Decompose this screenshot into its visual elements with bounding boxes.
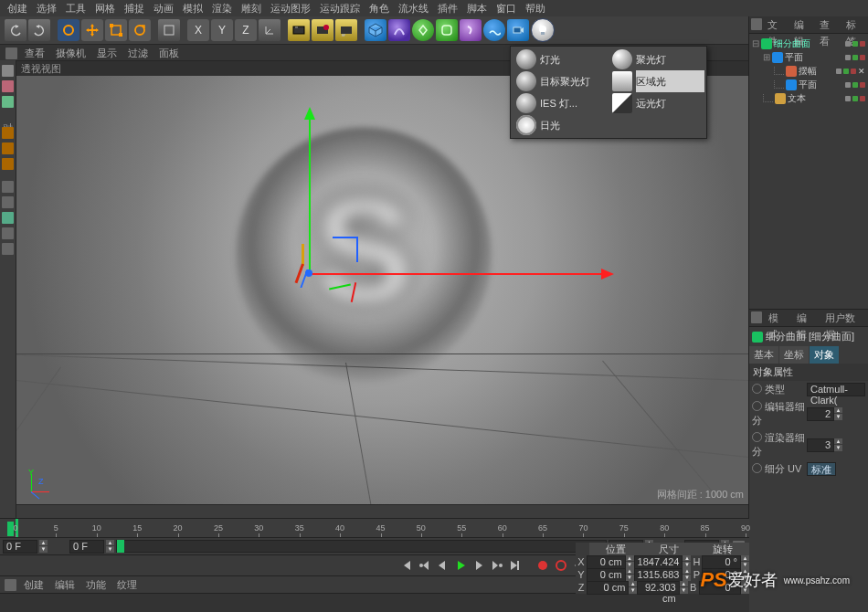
- light-option-target[interactable]: 目标聚光灯: [540, 70, 609, 92]
- goto-key-next-button[interactable]: [489, 557, 505, 574]
- timeline-preview-track[interactable]: [116, 540, 607, 553]
- menu-流水线[interactable]: 流水线: [394, 0, 433, 16]
- render-settings-button[interactable]: [335, 19, 357, 41]
- attr-subtab-基本[interactable]: 基本: [749, 346, 778, 364]
- light-icon-spot[interactable]: [609, 48, 636, 70]
- primitive-button[interactable]: [365, 19, 386, 41]
- current-frame-input[interactable]: 0 F: [3, 540, 37, 554]
- menu-雕刻[interactable]: 雕刻: [237, 0, 266, 16]
- coord-X-rot[interactable]: 0 °: [702, 555, 741, 569]
- light-icon-area[interactable]: [609, 70, 636, 92]
- enable-snap[interactable]: [2, 196, 14, 208]
- vp-menu-显示[interactable]: 显示: [91, 47, 122, 60]
- frame-spin[interactable]: ▲▼: [39, 540, 48, 554]
- vp-menu-过滤[interactable]: 过滤: [122, 47, 153, 60]
- attr-subtab-坐标[interactable]: 坐标: [779, 346, 809, 364]
- light-option-infinite[interactable]: 远光灯: [636, 92, 704, 114]
- viewport-canvas[interactable]: S YZ 网格间距 : 1000 cm: [16, 76, 748, 504]
- subdiv-button[interactable]: [436, 19, 458, 41]
- menu-插件[interactable]: 插件: [433, 0, 462, 16]
- material-tray[interactable]: [0, 593, 749, 612]
- goto-key-prev-button[interactable]: [416, 557, 432, 574]
- move-button[interactable]: [81, 19, 103, 41]
- menu-运动跟踪[interactable]: 运动跟踪: [315, 0, 365, 16]
- menu-动画[interactable]: 动画: [149, 0, 178, 16]
- enable-axis[interactable]: [2, 181, 14, 193]
- mat-menu-编辑[interactable]: 编辑: [49, 578, 80, 592]
- redo-button[interactable]: [28, 19, 50, 41]
- live-select-button[interactable]: [58, 19, 79, 41]
- light-icon-light[interactable]: [513, 48, 540, 70]
- coord-Y-p[interactable]: 0 cm: [587, 568, 626, 582]
- point-mode[interactable]: [2, 127, 14, 139]
- tree-item-细分曲面[interactable]: ⊟细分曲面: [752, 37, 865, 50]
- coord-X-s[interactable]: 1847.424 cm: [634, 555, 683, 569]
- coord-Y-s[interactable]: 1315.683 cm: [634, 568, 683, 582]
- prop-drop-类型[interactable]: Catmull-Clark(: [807, 383, 865, 396]
- render-pv-button[interactable]: [312, 19, 333, 41]
- menu-窗口[interactable]: 窗口: [492, 0, 521, 16]
- coord-sys-button[interactable]: [259, 19, 281, 41]
- light-option-light[interactable]: 灯光: [540, 48, 609, 70]
- light-option-sun[interactable]: 日光: [540, 114, 609, 136]
- menu-渲染[interactable]: 渲染: [207, 0, 237, 16]
- light-icon-infinite[interactable]: [609, 92, 636, 114]
- workplane-mode[interactable]: [2, 96, 14, 108]
- prop-badge-细分 UV[interactable]: 标准: [807, 462, 836, 476]
- poly-mode[interactable]: [2, 158, 14, 170]
- undo-button[interactable]: [5, 19, 26, 41]
- play-button[interactable]: [452, 557, 469, 574]
- x-axis[interactable]: [309, 273, 601, 275]
- texture-mode[interactable]: [2, 80, 14, 92]
- xy-plane-handle[interactable]: [333, 237, 358, 262]
- om-tab-文件[interactable]: 文件: [764, 16, 789, 33]
- light-icon-ies[interactable]: [513, 92, 540, 114]
- spline-button[interactable]: [388, 19, 410, 41]
- record-button[interactable]: [535, 557, 551, 574]
- vp-maximize-icon[interactable]: [5, 47, 17, 59]
- tree-item-平面[interactable]: 平面: [752, 78, 865, 91]
- model-mode[interactable]: [2, 65, 14, 77]
- coord-Z-p[interactable]: 0 cm: [587, 581, 629, 595]
- menu-运动图形[interactable]: 运动图形: [266, 0, 315, 16]
- tree-item-摆幅[interactable]: 摆幅✕: [752, 64, 865, 78]
- viewport-solo[interactable]: [2, 212, 14, 224]
- mat-menu-纹理[interactable]: 纹理: [111, 578, 143, 592]
- prev-frame-button[interactable]: [434, 557, 450, 574]
- goto-end-button[interactable]: [507, 557, 524, 574]
- menu-选择[interactable]: 选择: [32, 0, 61, 16]
- menu-角色[interactable]: 角色: [365, 0, 394, 16]
- start-spin[interactable]: ▲▼: [106, 540, 114, 554]
- camera-button[interactable]: [507, 19, 529, 41]
- x-axis-lock[interactable]: X: [187, 19, 209, 41]
- rotate-button[interactable]: [129, 19, 151, 41]
- recent-tools-button[interactable]: [158, 19, 180, 41]
- vp-menu-面板[interactable]: 面板: [153, 47, 185, 60]
- coord-Z-s[interactable]: 92.303 cm: [637, 581, 679, 595]
- next-frame-button[interactable]: [471, 557, 487, 574]
- edge-mode[interactable]: [2, 142, 14, 154]
- coord-Y-rot[interactable]: 0 °: [702, 568, 741, 582]
- prop-num-编辑器细分[interactable]: 2: [807, 407, 834, 421]
- timeline-scale[interactable]: 051015202530354045505560657075808590: [16, 519, 746, 537]
- coord-X-p[interactable]: 0 cm: [587, 555, 626, 569]
- deformer-button[interactable]: [460, 19, 482, 41]
- x-axis-head[interactable]: [601, 269, 614, 280]
- y-axis-lock[interactable]: Y: [211, 19, 233, 41]
- menu-创建[interactable]: 创建: [3, 0, 32, 16]
- menu-帮助[interactable]: 帮助: [521, 0, 550, 16]
- tree-item-平面[interactable]: ⊞平面: [752, 50, 865, 64]
- y-axis-head[interactable]: [304, 107, 315, 120]
- mat-menu-功能[interactable]: 功能: [80, 578, 111, 592]
- attr-dock-icon[interactable]: [751, 311, 762, 323]
- xz-plane-handle[interactable]: [329, 286, 353, 310]
- coord-Z-rot[interactable]: 0 °: [699, 581, 741, 595]
- generator-button[interactable]: [412, 19, 434, 41]
- attr-subtab-对象[interactable]: 对象: [810, 346, 839, 364]
- start-frame-input[interactable]: 0 F: [69, 540, 104, 554]
- object-tree[interactable]: ⊟细分曲面⊞平面摆幅✕平面文本: [749, 34, 868, 108]
- attr-tab-编辑[interactable]: 编辑: [792, 310, 820, 326]
- attr-tab-用户数据[interactable]: 用户数据: [820, 310, 868, 326]
- z-axis-lock[interactable]: Z: [235, 19, 257, 41]
- light-option-ies[interactable]: IES 灯...: [540, 92, 609, 114]
